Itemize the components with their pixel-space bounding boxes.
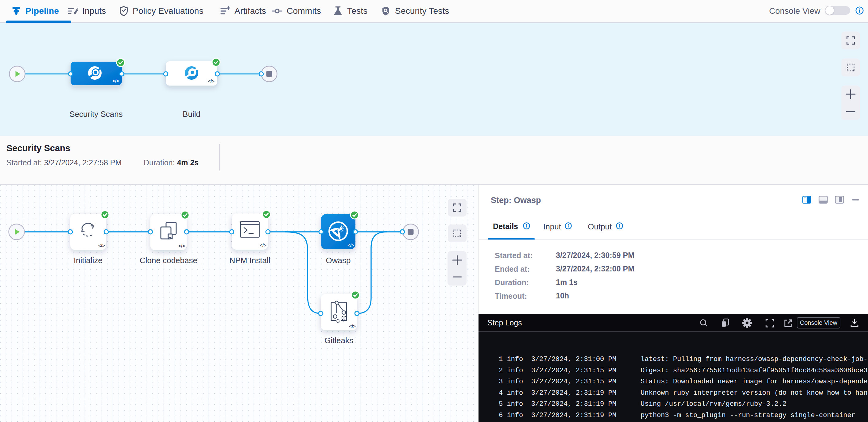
svg-text:Security Scans: Security Scans xyxy=(69,109,122,119)
svg-text:NPM Install: NPM Install xyxy=(229,256,270,265)
svg-text:</>: </> xyxy=(347,242,354,248)
svg-text:</>: </> xyxy=(178,243,185,249)
svg-text:Build: Build xyxy=(183,109,200,119)
svg-text:Clone codebase: Clone codebase xyxy=(140,256,197,265)
svg-text:Gitleaks: Gitleaks xyxy=(324,336,353,345)
svg-text:Initialize: Initialize xyxy=(74,256,102,265)
svg-text:</>: </> xyxy=(98,243,105,248)
svg-text:</>: </> xyxy=(208,78,215,84)
svg-text:</>: </> xyxy=(349,324,356,329)
svg-text:</>: </> xyxy=(112,78,119,84)
svg-text:Owasp: Owasp xyxy=(326,256,351,265)
svg-text:</>: </> xyxy=(260,242,267,248)
